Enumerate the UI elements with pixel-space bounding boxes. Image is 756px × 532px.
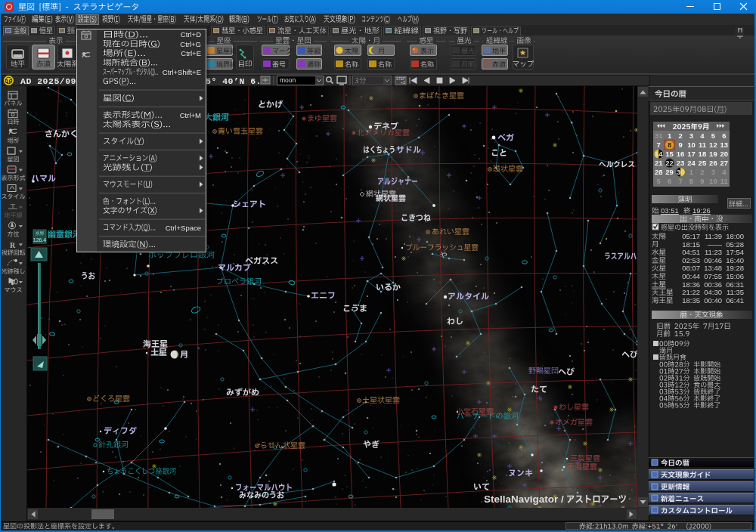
svg-text:126.4: 126.4 (33, 237, 47, 243)
svg-text:StellaNavigator /: StellaNavigator / (484, 493, 564, 505)
